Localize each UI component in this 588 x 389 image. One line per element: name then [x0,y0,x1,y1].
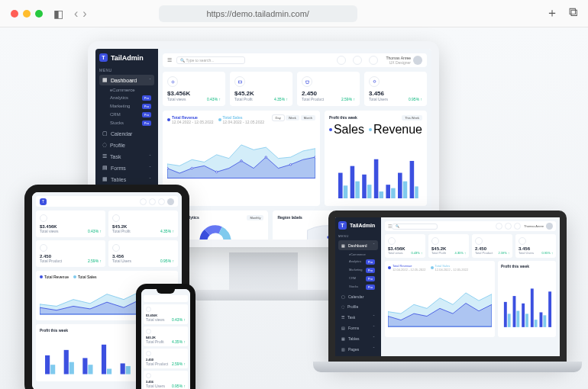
menu-label: MENU [99,68,154,72]
svg-rect-19 [391,188,396,198]
nav-profile[interactable]: ◌Profile [338,302,378,311]
nav-calendar[interactable]: ▢Calendar [99,128,154,139]
messages-icon[interactable] [514,223,521,230]
laptop-bar-chart: Profit this week [498,261,556,337]
nav-forms[interactable]: ▤Forms˅ [99,162,154,173]
stage: T TailAdmin MENU ▦Dashboard ˄ eCommerce … [0,27,588,389]
sub-analytics[interactable]: AnalyticsPro [346,258,378,266]
theme-toggle[interactable] [337,56,346,65]
nav-forms[interactable]: ▤Forms˅ [338,323,378,333]
sub-crm[interactable]: CRMPro [107,111,154,119]
svg-point-5 [215,171,217,172]
svg-rect-35 [82,358,87,374]
messages-icon[interactable] [369,56,378,65]
pill-week[interactable]: Week [286,115,299,121]
sub-marketing[interactable]: MarketingPro [346,266,378,275]
notifications-icon[interactable] [149,198,156,205]
stat-users: 3.456 Total Users0.95% ↑ [364,72,427,106]
svg-point-9 [315,156,315,158]
nav-tables[interactable]: ▦Tables˅ [338,333,378,343]
stat-product: 2.450Total Product2.59% ↑ [472,234,512,258]
search-input[interactable]: 🔍 [392,223,438,230]
phone-device: $3.456KTotal views0.43% ↑ $45.2KTotal Pr… [136,284,195,389]
stat-profit: $45.2KTotal Profit4.35% ↑ [144,326,188,346]
svg-rect-39 [121,363,125,374]
sub-crm[interactable]: CRMPro [346,275,378,283]
tabs-icon[interactable]: ⧉ [569,5,577,21]
close-icon[interactable] [11,10,18,18]
maximize-icon[interactable] [35,10,43,18]
eye-icon [167,76,178,87]
chevron-down-icon: ˅ [149,166,151,171]
browser-chrome: ◧ ‹ › https://demo.tailadmin.com/ ＋ ⧉ [0,0,588,27]
charts-row: Total Revenue12.04.2022 - 12.05.2022 Tot… [163,111,427,206]
sub-stocks[interactable]: StocksPro [346,283,378,291]
list-icon: ☰ [102,153,107,159]
profit-week-chart: Profit this weekThis Week SalesRevenue [325,111,427,206]
nav-task[interactable]: ☰Task˅ [99,151,154,162]
range-pills[interactable]: Day Week Month [273,115,315,121]
brand[interactable]: T TailAdmin [99,53,154,62]
svg-rect-54 [543,315,546,327]
sub-marketing[interactable]: MarketingPro [107,102,154,111]
chevron-up-icon: ˄ [149,78,151,83]
svg-rect-40 [126,366,131,375]
user-icon: ◌ [341,304,344,309]
eye-icon [146,307,151,312]
notifications-icon[interactable] [505,223,512,230]
svg-rect-53 [540,312,543,326]
stat-views: $3.456K Total views0.43% ↑ [163,72,225,106]
svg-point-2 [373,80,376,82]
svg-rect-34 [69,362,74,375]
nav-dashboard[interactable]: ▦Dashboard ˄ [99,75,154,85]
svg-rect-46 [508,313,511,326]
nav-dashboard[interactable]: ▦Dashboard˄ [338,240,378,250]
laptop-topbar: ☰ 🔍 Thomas Anree [385,221,556,231]
notifications-icon[interactable] [353,56,362,65]
avatar[interactable] [167,198,174,205]
svg-rect-36 [88,365,92,374]
brand-icon: T [40,198,47,205]
nav-calendar[interactable]: ▢Calendar [338,292,378,301]
stat-profit: $45.2K Total Profit4.35% ↑ [230,72,292,106]
svg-rect-32 [50,365,55,374]
nav-profile[interactable]: ◌Profile [99,140,154,150]
svg-rect-23 [415,186,418,198]
sidebar-icon[interactable]: ◧ [53,8,63,20]
new-tab-icon[interactable]: ＋ [546,5,558,21]
svg-rect-33 [64,350,69,375]
minimize-icon[interactable] [23,10,31,18]
pill-day[interactable]: Day [273,115,284,121]
users-icon [369,76,380,87]
back-icon[interactable]: ‹ [74,7,78,21]
nav-task[interactable]: ☰Task˅ [338,312,378,322]
menu-icon[interactable]: ☰ [167,57,172,63]
table-icon: ▦ [341,336,345,341]
svg-rect-49 [522,304,525,327]
user-menu[interactable]: Thomas Anree [524,223,553,230]
url-bar[interactable]: https://demo.tailadmin.com/ [159,5,357,22]
sub-stocks[interactable]: StocksPro [107,119,154,127]
sub-ecommerce[interactable]: eCommerce [107,86,154,94]
user-menu[interactable]: Thomas Anree UX Designer [386,56,422,65]
svg-rect-17 [379,191,383,198]
nav-tables[interactable]: ▦Tables˅ [99,174,154,185]
nav-pages[interactable]: ▥Pages˅ [338,344,378,354]
eye-icon [40,214,47,222]
theme-toggle[interactable] [140,198,147,205]
svg-point-8 [289,164,291,166]
user-icon: ◌ [102,142,107,148]
forward-icon[interactable]: › [82,7,86,21]
messages-icon[interactable] [158,198,165,205]
sub-analytics[interactable]: AnalyticsPro [107,94,154,102]
svg-rect-51 [531,288,534,327]
sub-ecommerce[interactable]: eCommerce [346,251,378,258]
pill-month[interactable]: Month [301,115,315,121]
chevron-down-icon: ˅ [149,154,151,159]
search-input[interactable]: 🔍 Type to search... [176,56,245,64]
analytics-select[interactable]: Monthly [247,215,263,220]
theme-toggle[interactable] [496,223,502,230]
week-select[interactable]: This Week [402,115,422,121]
svg-rect-20 [398,173,402,198]
stat-product: 2.450Total Product2.59% ↑ [36,240,105,267]
